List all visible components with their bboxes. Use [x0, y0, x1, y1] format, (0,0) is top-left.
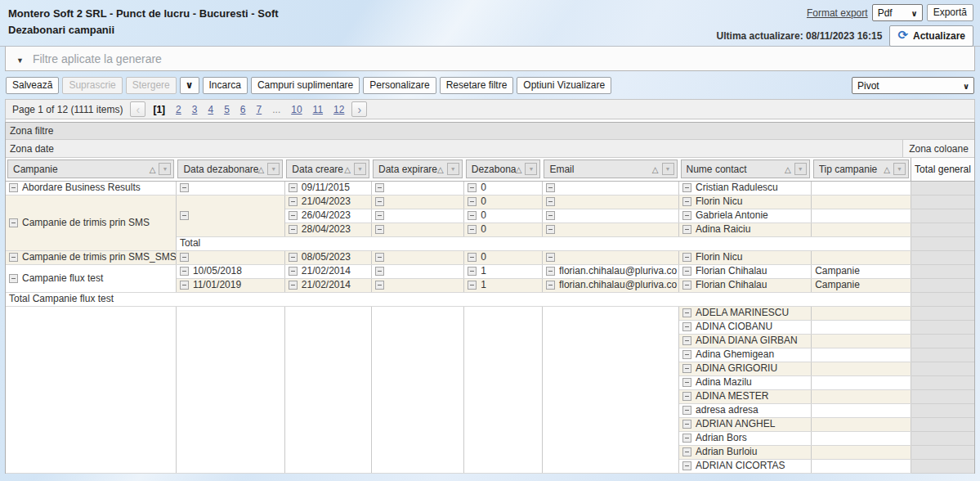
filter-dropdown-icon[interactable] [662, 163, 674, 175]
collapse-icon[interactable] [546, 267, 555, 276]
collapse-icon[interactable] [375, 253, 384, 262]
collapse-icon[interactable] [289, 197, 298, 206]
collapse-icon[interactable] [682, 461, 691, 470]
page-link[interactable]: 11 [313, 104, 323, 115]
view-mode-select[interactable]: Pivot [852, 77, 974, 94]
collapse-icon[interactable] [682, 197, 691, 206]
collapse-icon[interactable] [180, 267, 189, 276]
collapse-icon[interactable] [546, 281, 555, 290]
extra-fields-button[interactable]: Campuri suplimentare [251, 77, 360, 94]
collapse-arrow-icon[interactable] [16, 52, 33, 66]
collapse-icon[interactable] [682, 281, 691, 290]
collapse-icon[interactable] [682, 322, 691, 331]
collapse-icon[interactable] [682, 378, 691, 387]
collapse-icon[interactable] [546, 225, 555, 234]
page-link[interactable]: 12 [333, 104, 344, 115]
page-current[interactable]: [1] [153, 104, 165, 115]
collapse-icon[interactable] [9, 218, 18, 227]
collapse-icon[interactable] [682, 364, 691, 373]
collapse-icon[interactable] [375, 267, 384, 276]
reset-filters-button[interactable]: Resetare filtre [440, 77, 514, 94]
field-button[interactable]: Dezabonat [466, 160, 541, 178]
page-link[interactable]: 7 [257, 104, 262, 115]
collapse-icon[interactable] [682, 392, 691, 401]
field-button[interactable]: Data creare [286, 160, 369, 178]
customize-button[interactable]: Personalizare [363, 77, 436, 94]
page-link[interactable]: 3 [192, 104, 198, 115]
field-button[interactable]: Data expirare [373, 160, 463, 178]
export-button[interactable]: Exportă [927, 4, 973, 21]
page-link[interactable]: 5 [224, 104, 230, 115]
collapse-icon[interactable] [682, 253, 691, 262]
collapse-icon[interactable] [180, 211, 189, 220]
page-link[interactable]: 6 [240, 104, 246, 115]
refresh-button[interactable]: Actualizare [889, 25, 973, 47]
field-button[interactable]: Data dezabonare [177, 160, 283, 178]
page-link[interactable]: 4 [208, 104, 213, 115]
filter-dropdown-icon[interactable] [267, 163, 280, 175]
collapse-icon[interactable] [375, 225, 384, 234]
filter-zone[interactable]: Zona filtre [6, 123, 974, 140]
collapse-icon[interactable] [682, 308, 691, 317]
collapse-icon[interactable] [9, 183, 18, 192]
filter-dropdown-icon[interactable] [354, 163, 366, 175]
collapse-icon[interactable] [468, 281, 477, 290]
collapse-icon[interactable] [546, 253, 555, 262]
collapse-icon[interactable] [682, 225, 691, 234]
collapse-icon[interactable] [375, 211, 384, 220]
save-options-dropdown-button[interactable]: ∨ [180, 77, 199, 94]
collapse-icon[interactable] [682, 406, 691, 415]
collapse-icon[interactable] [375, 183, 384, 192]
field-button[interactable]: Email [544, 160, 677, 178]
collapse-icon[interactable] [289, 253, 298, 262]
filter-dropdown-icon[interactable] [525, 163, 537, 175]
view-options-button[interactable]: Optiuni Vizualizare [517, 77, 611, 94]
collapse-icon[interactable] [468, 267, 477, 276]
collapse-icon[interactable] [468, 197, 477, 206]
next-page-icon[interactable] [351, 101, 367, 117]
data-zone-label[interactable]: Zona date [6, 140, 902, 157]
collapse-icon[interactable] [9, 274, 18, 283]
collapse-icon[interactable] [682, 420, 691, 429]
collapse-icon[interactable] [289, 267, 298, 276]
collapse-icon[interactable] [375, 197, 384, 206]
collapse-icon[interactable] [546, 211, 555, 220]
prev-page-icon[interactable] [130, 101, 145, 117]
collapse-icon[interactable] [468, 225, 477, 234]
collapse-icon[interactable] [468, 253, 477, 262]
collapse-icon[interactable] [289, 211, 298, 220]
collapse-icon[interactable] [682, 267, 691, 276]
page-link[interactable]: 10 [291, 104, 302, 115]
collapse-icon[interactable] [682, 350, 691, 359]
collapse-icon[interactable] [546, 183, 555, 192]
filter-dropdown-icon[interactable] [794, 163, 807, 175]
filter-dropdown-icon[interactable] [893, 163, 906, 175]
overwrite-button[interactable]: Suprascrie [62, 77, 122, 94]
field-button[interactable]: Campanie [7, 160, 174, 178]
collapse-icon[interactable] [289, 183, 298, 192]
collapse-icon[interactable] [682, 211, 691, 220]
collapse-icon[interactable] [289, 281, 298, 290]
format-export-link[interactable]: Format export [807, 7, 868, 19]
collapse-icon[interactable] [468, 211, 477, 220]
collapse-icon[interactable] [9, 253, 18, 262]
delete-button[interactable]: Stergere [126, 77, 177, 94]
load-button[interactable]: Incarca [203, 77, 248, 94]
field-button[interactable]: Nume contact [681, 160, 810, 178]
collapse-icon[interactable] [682, 336, 691, 345]
collapse-icon[interactable] [682, 434, 691, 443]
collapse-icon[interactable] [180, 281, 189, 290]
collapse-icon[interactable] [180, 183, 189, 192]
collapse-icon[interactable] [375, 281, 384, 290]
collapse-icon[interactable] [682, 447, 691, 456]
format-export-select[interactable]: Pdf [872, 4, 923, 21]
save-button[interactable]: Salvează [6, 77, 59, 94]
filter-dropdown-icon[interactable] [159, 163, 171, 175]
collapse-icon[interactable] [468, 183, 477, 192]
field-button[interactable]: Tip campanie [813, 160, 909, 178]
page-link[interactable]: 2 [176, 104, 181, 115]
collapse-icon[interactable] [546, 197, 555, 206]
collapse-icon[interactable] [682, 183, 691, 192]
filter-dropdown-icon[interactable] [447, 163, 459, 175]
collapse-icon[interactable] [289, 225, 298, 234]
